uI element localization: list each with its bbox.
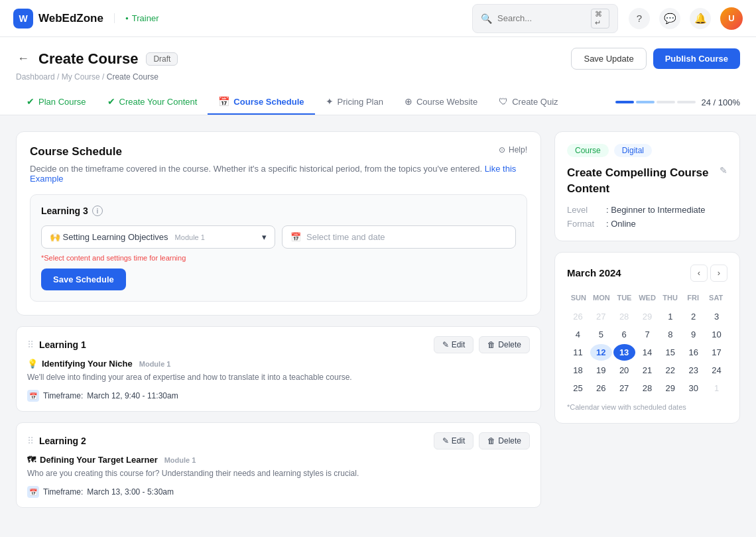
date-picker[interactable]: 📅 Select time and date: [282, 225, 516, 249]
day-thu: THU: [659, 291, 682, 304]
course-tags: Course Digital: [567, 144, 727, 157]
notifications-icon[interactable]: 🔔: [690, 8, 711, 29]
course-schedule-card: Course Schedule ⊙ Help! Decide on the ti…: [16, 131, 541, 316]
cal-cell-w3d5[interactable]: 23: [682, 362, 704, 379]
left-panel: Course Schedule ⊙ Help! Decide on the ti…: [16, 131, 541, 508]
learning-2-title: Learning 2: [39, 436, 428, 446]
timeframe-icon-1: 📅: [27, 390, 39, 402]
delete-learning-1-button[interactable]: 🗑 Delete: [479, 336, 530, 353]
cal-cell-w1d6[interactable]: 10: [706, 326, 727, 343]
tab-create-quiz-label: Create Quiz: [512, 97, 558, 107]
tab-plan-course[interactable]: ✔ Plan Course: [16, 90, 97, 115]
tab-create-content[interactable]: ✔ Create Your Content: [97, 90, 208, 115]
tab-create-quiz[interactable]: 🛡 Create Quiz: [488, 90, 568, 115]
breadcrumb-my-course[interactable]: My Course: [62, 72, 100, 82]
calendar-title: March 2024: [567, 267, 621, 278]
cal-cell-w4d3[interactable]: 28: [637, 380, 659, 396]
cal-cell-w4d0[interactable]: 25: [567, 380, 589, 396]
course-info-card: Course Digital Create Compelling Course …: [554, 131, 740, 241]
calendar-card: March 2024 ‹ › SUN MON TUE WED THU FRI S…: [554, 252, 740, 424]
info-icon[interactable]: i: [92, 206, 103, 216]
cal-cell-w3d0[interactable]: 18: [567, 362, 589, 379]
cal-cell-w4d1[interactable]: 26: [590, 380, 612, 396]
cal-cell-w0d4[interactable]: 1: [659, 308, 681, 325]
search-bar[interactable]: 🔍 ⌘ ↵: [472, 4, 618, 33]
edit-learning-2-button[interactable]: ✎ Edit: [434, 432, 474, 449]
cal-cell-w2d5[interactable]: 16: [682, 344, 704, 361]
cal-cell-w2d0[interactable]: 11: [567, 344, 589, 361]
logo-icon: W: [13, 9, 33, 29]
help-label: Help!: [509, 145, 527, 154]
cal-cell-w0d5[interactable]: 2: [682, 308, 704, 325]
edit-learning-1-button[interactable]: ✎ Edit: [434, 336, 474, 353]
tab-pricing-plan[interactable]: ✦ Pricing Plan: [315, 90, 394, 115]
cal-cell-w1d5[interactable]: 9: [682, 326, 704, 343]
lesson-1-desc: We'll delve into finding your area of ex…: [27, 371, 530, 383]
hint-text: *Select content and settings time for le…: [41, 254, 516, 262]
tab-course-website-label: Course Website: [416, 97, 477, 107]
cal-next-button[interactable]: ›: [710, 265, 727, 282]
module-select[interactable]: 🙌 Setting Learning Objectives Module 1 ▾: [41, 225, 275, 249]
cal-cell-w0d6[interactable]: 3: [706, 308, 727, 325]
tabs-bar: ✔ Plan Course ✔ Create Your Content 📅 Co…: [16, 90, 740, 115]
cal-cell-w1d2[interactable]: 6: [613, 326, 635, 343]
back-button[interactable]: ←: [16, 50, 31, 67]
lesson-1-timeframe: 📅 Timeframe: March 12, 9:40 - 11:30am: [27, 390, 530, 402]
card-description: Decide on the timeframe covered in the c…: [30, 164, 527, 184]
learning-1-header: ⠿ Learning 1 ✎ Edit 🗑 Delete: [27, 336, 530, 353]
day-sat: SAT: [704, 291, 727, 304]
level-label: Level: [567, 205, 603, 215]
drag-handle-2[interactable]: ⠿: [27, 436, 34, 446]
meta-level: Level : Beginner to Intermediate: [567, 205, 727, 215]
avatar[interactable]: U: [720, 7, 743, 30]
tab-course-schedule-icon: 📅: [218, 96, 229, 107]
cal-cell-w4d6[interactable]: 1: [706, 380, 727, 396]
lesson-2-desc: Who are you creating this course for? Un…: [27, 467, 530, 479]
save-schedule-button[interactable]: Save Schedule: [41, 268, 126, 290]
tag-digital: Digital: [614, 144, 652, 157]
format-label: Format: [567, 219, 603, 229]
cal-cell-w1d0[interactable]: 4: [567, 326, 589, 343]
cal-cell-w3d2[interactable]: 20: [613, 362, 635, 379]
search-input[interactable]: [497, 13, 586, 23]
cal-cell-w1d3[interactable]: 7: [637, 326, 659, 343]
draft-badge: Draft: [146, 52, 178, 66]
cal-cell-w0d1[interactable]: 27: [590, 308, 612, 325]
drag-handle-1[interactable]: ⠿: [27, 339, 34, 350]
publish-button[interactable]: Publish Course: [653, 48, 740, 69]
cal-cell-w2d4[interactable]: 15: [659, 344, 681, 361]
cal-cell-w1d4[interactable]: 8: [659, 326, 681, 343]
save-update-button[interactable]: Save Update: [571, 48, 646, 70]
course-edit-icon[interactable]: ✎: [720, 165, 727, 176]
cal-cell-w3d4[interactable]: 22: [659, 362, 681, 379]
cal-cell-w4d4[interactable]: 29: [659, 380, 681, 396]
calendar-nav: ‹ ›: [690, 265, 727, 282]
navbar-icons: ? 💬 🔔 U: [629, 7, 743, 30]
cal-cell-w3d3[interactable]: 21: [637, 362, 659, 379]
help-button[interactable]: ⊙ Help!: [499, 145, 527, 154]
cal-cell-w2d1[interactable]: 12: [590, 344, 612, 361]
progress-text: 24 / 100%: [701, 97, 740, 107]
tab-course-website[interactable]: ⊕ Course Website: [394, 90, 488, 115]
delete-learning-2-button[interactable]: 🗑 Delete: [479, 432, 530, 449]
tab-course-schedule[interactable]: 📅 Course Schedule: [208, 90, 314, 115]
logo[interactable]: W WebEdZone: [13, 9, 103, 29]
cal-cell-w3d1[interactable]: 19: [590, 362, 612, 379]
cal-cell-w0d2[interactable]: 28: [613, 308, 635, 325]
right-panel: Course Digital Create Compelling Course …: [554, 131, 740, 424]
cal-cell-w4d2[interactable]: 27: [613, 380, 635, 396]
learning-2-actions: ✎ Edit 🗑 Delete: [434, 432, 530, 449]
cal-cell-w0d0[interactable]: 26: [567, 308, 589, 325]
cal-cell-w3d6[interactable]: 24: [706, 362, 727, 379]
cal-cell-w1d1[interactable]: 5: [590, 326, 612, 343]
cal-cell-w2d3[interactable]: 14: [637, 344, 659, 361]
cal-cell-w2d6[interactable]: 17: [706, 344, 727, 361]
breadcrumb-current: Create Course: [107, 72, 158, 82]
cal-prev-button[interactable]: ‹: [690, 265, 708, 282]
messages-icon[interactable]: 💬: [659, 8, 680, 29]
breadcrumb-dashboard[interactable]: Dashboard: [16, 72, 55, 82]
cal-cell-w2d2[interactable]: 13: [613, 344, 635, 361]
help-icon[interactable]: ?: [629, 8, 650, 29]
cal-cell-w4d5[interactable]: 30: [682, 380, 704, 396]
cal-cell-w0d3[interactable]: 29: [637, 308, 659, 325]
